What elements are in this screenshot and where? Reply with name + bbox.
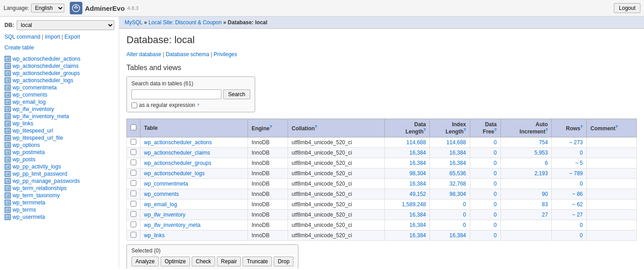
table-icon	[5, 142, 11, 148]
sidebar-table-item: wp_actionscheduler_groups	[5, 70, 114, 77]
index-length-cell: 16,384	[430, 230, 470, 241]
table-name-link[interactable]: wp_actionscheduler_claims	[144, 150, 210, 156]
selected-action-button[interactable]: Check	[192, 257, 215, 266]
comment-cell	[587, 189, 637, 199]
breadcrumb-mysql[interactable]: MySQL	[125, 19, 143, 26]
sidebar-table-link[interactable]: wp_options	[13, 142, 40, 148]
selected-bar-buttons: AnalyzeOptimizeCheckRepairTruncateDrop	[131, 257, 293, 266]
row-checkbox[interactable]	[131, 232, 136, 238]
sidebar-table-link[interactable]: wp_commentmeta	[13, 84, 57, 91]
alter-database-link[interactable]: Alter database	[126, 51, 161, 58]
sidebar-table-link[interactable]: wp_actionscheduler_claims	[13, 63, 79, 69]
svg-rect-67	[6, 215, 9, 219]
sidebar-table-link[interactable]: wp_pp_manage_passwords	[13, 178, 80, 184]
table-name-link[interactable]: wp_comments	[144, 191, 179, 197]
create-table-link[interactable]: Create table	[5, 44, 114, 51]
sidebar-table-link[interactable]: wp_actionscheduler_logs	[13, 77, 73, 84]
table-name-cell: wp_ifw_inventory_meta	[140, 220, 248, 230]
table-name-link[interactable]: wp_links	[144, 232, 165, 239]
search-box: Search data in tables (61) Search as a r…	[126, 76, 255, 112]
sidebar-table-link[interactable]: wp_posts	[13, 156, 36, 163]
sidebar-table-link[interactable]: wp_postmeta	[13, 149, 45, 155]
select-all-checkbox[interactable]	[131, 124, 136, 130]
table-name-cell: wp_commentmeta	[140, 179, 248, 189]
table-name-link[interactable]: wp_ifw_inventory	[144, 212, 185, 218]
db-select[interactable]: local	[17, 20, 114, 30]
sidebar-table-item: wp_termmeta	[5, 199, 114, 206]
selected-action-button[interactable]: Drop	[274, 257, 293, 266]
sql-command-link[interactable]: SQL command	[5, 34, 41, 40]
privileges-link[interactable]: Privileges	[214, 51, 237, 58]
collation-cell: utf8mb4_unicode_520_ci	[288, 210, 385, 220]
data-free-cell: 0	[470, 199, 500, 210]
db-select-row: DB: local	[5, 20, 114, 30]
regex-label[interactable]: as a regular expression	[139, 102, 195, 108]
sidebar-table-link[interactable]: wp_pp_activity_logs	[13, 164, 61, 170]
table-name-link[interactable]: wp_actionscheduler_actions	[144, 139, 212, 146]
breadcrumb-site[interactable]: Local Site: Discount & Coupon	[149, 19, 222, 26]
search-button[interactable]: Search	[223, 89, 250, 99]
index-length-cell: 0	[430, 220, 470, 230]
collation-cell: utf8mb4_unicode_520_ci	[288, 137, 385, 148]
action-links: Alter database | Database schema | Privi…	[126, 51, 637, 58]
sidebar-table-link[interactable]: wp_links	[13, 120, 33, 127]
svg-rect-43	[6, 158, 9, 161]
row-checkbox[interactable]	[131, 221, 136, 227]
row-checkbox[interactable]	[131, 211, 136, 217]
sidebar-table-link[interactable]: wp_actionscheduler_actions	[13, 56, 81, 62]
logout-button[interactable]: Logout	[614, 3, 640, 13]
sidebar-table-link[interactable]: wp_term_relationships	[13, 185, 67, 191]
table-name-link[interactable]: wp_actionscheduler_logs	[144, 170, 205, 177]
sidebar-table-item: wp_options	[5, 142, 114, 149]
sidebar-table-link[interactable]: wp_terms	[13, 207, 36, 213]
database-schema-link[interactable]: Database schema	[166, 51, 209, 58]
sidebar-table-link[interactable]: wp_usermeta	[13, 214, 45, 220]
language-select[interactable]: English French German Spanish	[31, 4, 64, 13]
row-checkbox[interactable]	[131, 201, 136, 207]
sidebar-table-link[interactable]: wp_ifw_inventory	[13, 106, 54, 112]
col-header-data-length: DataLength?	[385, 119, 430, 137]
sidebar-table-link[interactable]: wp_litespeed_url_file	[13, 135, 63, 141]
row-checkbox[interactable]	[131, 139, 136, 145]
selected-action-button[interactable]: Optimize	[161, 257, 190, 266]
selected-action-button[interactable]: Analyze	[131, 257, 159, 266]
sidebar-table-link[interactable]: wp_comments	[13, 92, 47, 98]
row-checkbox[interactable]	[131, 149, 136, 155]
svg-rect-40	[6, 150, 9, 154]
collation-cell: utf8mb4_unicode_520_ci	[288, 179, 385, 189]
table-name-link[interactable]: wp_commentmeta	[144, 181, 188, 187]
svg-rect-55	[6, 186, 9, 190]
import-link[interactable]: Import	[45, 34, 60, 40]
table-row: wp_actionscheduler_claimsInnoDButf8mb4_u…	[127, 148, 637, 158]
sidebar-table-link[interactable]: wp_term_taxonomy	[13, 192, 60, 199]
data-length-cell: 98,304	[385, 168, 430, 179]
table-name-link[interactable]: wp_actionscheduler_groups	[144, 160, 211, 166]
sidebar-table-link[interactable]: wp_actionscheduler_groups	[13, 70, 80, 76]
table-name-link[interactable]: wp_email_log	[144, 201, 177, 208]
row-checkbox[interactable]	[131, 159, 136, 165]
svg-rect-52	[6, 179, 9, 183]
sidebar-table-link[interactable]: wp_email_log	[13, 99, 45, 105]
content-area: Database: local Alter database | Databas…	[119, 29, 644, 269]
svg-rect-22	[6, 107, 9, 111]
comment-cell	[587, 230, 637, 241]
selected-action-button[interactable]: Repair	[217, 257, 241, 266]
search-input[interactable]	[131, 89, 221, 99]
sidebar-table-link[interactable]: wp_litespeed_url	[13, 128, 53, 134]
row-checkbox[interactable]	[131, 180, 136, 186]
export-link[interactable]: Export	[64, 34, 80, 40]
table-icon	[5, 135, 11, 141]
regex-checkbox[interactable]	[131, 102, 137, 108]
svg-rect-13	[6, 86, 9, 89]
sidebar-table-link[interactable]: wp_termmeta	[13, 199, 45, 206]
col-header-index-length: IndexLength?	[430, 119, 470, 137]
app-title: AdminerEvo	[85, 4, 125, 12]
table-name-link[interactable]: wp_ifw_inventory_meta	[144, 222, 200, 228]
selected-action-button[interactable]: Truncate	[243, 257, 272, 266]
svg-rect-1	[6, 57, 9, 61]
row-checkbox[interactable]	[131, 190, 136, 196]
sidebar-table-link[interactable]: wp_ifw_inventory_meta	[13, 113, 69, 120]
sidebar-table-link[interactable]: wp_pp_limit_password	[13, 171, 67, 177]
row-checkbox[interactable]	[131, 170, 136, 176]
col-header-engine: Engine?	[248, 119, 288, 137]
